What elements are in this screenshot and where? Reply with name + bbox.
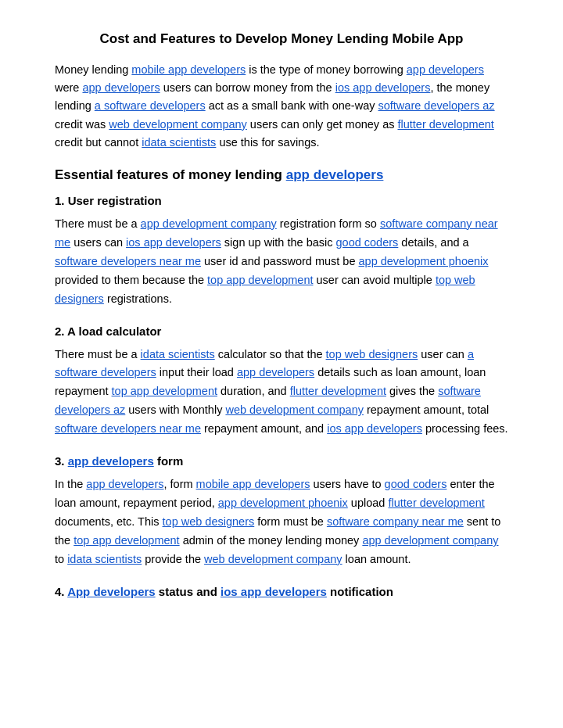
sub-heading-load-calculator: 2. A load calculator [55, 325, 508, 338]
link-app-developers-2[interactable]: app developers [82, 81, 160, 94]
link-idata-scientists-3[interactable]: idata scientists [67, 553, 142, 565]
link-app-developers-4[interactable]: app developers [86, 478, 163, 490]
link-software-developers-near-me-2[interactable]: software developers near me [55, 422, 201, 435]
section-user-registration: 1. User registration There must be a app… [55, 194, 508, 309]
link-top-app-development-2[interactable]: top app development [112, 385, 217, 397]
section-loan-form: 3. app developers form In the app develo… [55, 454, 508, 569]
link-good-coders-1[interactable]: good coders [336, 236, 399, 249]
link-web-development-company-2[interactable]: web development company [225, 403, 364, 416]
link-app-development-phoenix-1[interactable]: app development phoenix [359, 255, 489, 267]
link-idata-scientists-2[interactable]: idata scientists [141, 348, 215, 360]
link-software-developers-near-me-1[interactable]: software developers near me [55, 255, 201, 267]
link-app-development-company-1[interactable]: app development company [141, 217, 277, 230]
page-title: Cost and Features to Develop Money Lendi… [55, 31, 508, 47]
link-a-software-developers-1[interactable]: a software developers [95, 99, 206, 112]
link-top-app-development-3[interactable]: top app development [74, 534, 179, 547]
link-ios-app-developers-heading-4[interactable]: ios app developers [221, 585, 327, 598]
intro-paragraph: Money lending mobile app developers is t… [55, 61, 508, 152]
link-app-developers-heading-4[interactable]: App developers [67, 585, 156, 598]
link-ios-app-developers-1[interactable]: ios app developers [335, 81, 431, 94]
link-app-developers-heading-3[interactable]: app developers [68, 454, 154, 468]
link-app-developers-heading[interactable]: app developers [286, 167, 384, 182]
link-web-development-company-3[interactable]: web development company [204, 553, 342, 565]
link-app-developers-1[interactable]: app developers [407, 63, 484, 76]
section-load-calculator: 2. A load calculator There must be a ida… [55, 325, 508, 439]
link-idata-scientists-1[interactable]: idata scientists [142, 136, 216, 149]
sub-heading-loan-form: 3. app developers form [55, 454, 508, 468]
link-web-development-company-1[interactable]: web development company [109, 118, 247, 131]
link-app-development-company-2[interactable]: app development company [362, 534, 498, 547]
link-flutter-development-2[interactable]: flutter development [290, 385, 386, 397]
paragraph-load-calculator: There must be a idata scientists calcula… [55, 346, 508, 439]
link-good-coders-2[interactable]: good coders [385, 478, 447, 490]
paragraph-user-registration: There must be a app development company … [55, 215, 508, 309]
link-mobile-app-developers-2[interactable]: mobile app developers [196, 478, 310, 490]
link-flutter-development-1[interactable]: flutter development [397, 118, 493, 131]
link-ios-app-developers-3[interactable]: ios app developers [327, 422, 422, 435]
link-flutter-development-3[interactable]: flutter development [388, 497, 484, 509]
paragraph-loan-form: In the app developers, form mobile app d… [55, 475, 508, 569]
sub-heading-notification: 4. App developers status and ios app dev… [55, 585, 508, 598]
link-ios-app-developers-2[interactable]: ios app developers [126, 236, 221, 249]
link-top-web-designers-2[interactable]: top web designers [326, 348, 418, 360]
link-top-web-designers-3[interactable]: top web designers [163, 515, 255, 528]
link-app-development-phoenix-2[interactable]: app development phoenix [218, 497, 348, 509]
link-software-developers-az-1[interactable]: software developers az [378, 99, 494, 112]
link-software-company-near-me-1[interactable]: software company near me [55, 217, 498, 249]
page-container: Cost and Features to Develop Money Lendi… [0, 0, 563, 728]
link-app-developers-3[interactable]: app developers [237, 366, 314, 378]
link-top-app-development-1[interactable]: top app development [207, 274, 313, 286]
link-mobile-app-developers-1[interactable]: mobile app developers [131, 63, 246, 76]
link-software-company-near-me-2[interactable]: software company near me [327, 515, 464, 528]
sub-heading-user-registration: 1. User registration [55, 194, 508, 207]
section-notification: 4. App developers status and ios app dev… [55, 585, 508, 598]
essential-features-heading: Essential features of money lending app … [55, 167, 508, 183]
